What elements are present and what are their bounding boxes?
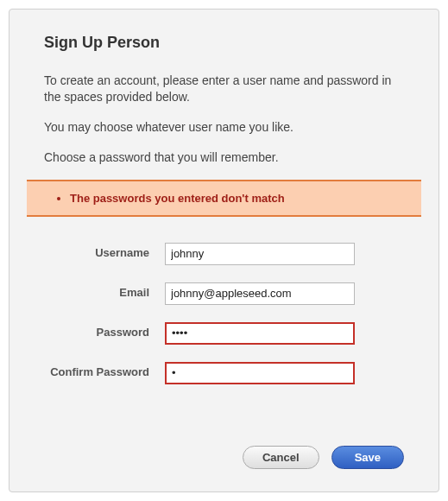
page-title: Sign Up Person xyxy=(44,34,404,52)
label-email: Email xyxy=(44,282,165,301)
intro-text: To create an account, please enter a use… xyxy=(44,73,404,166)
password-input[interactable] xyxy=(165,322,355,345)
email-input[interactable] xyxy=(165,282,355,305)
row-confirm-password: Confirm Password xyxy=(44,362,404,384)
username-input[interactable] xyxy=(165,243,355,265)
signup-panel: Sign Up Person To create an account, ple… xyxy=(9,9,439,492)
confirm-password-input[interactable] xyxy=(165,362,355,384)
row-email: Email xyxy=(44,282,404,305)
intro-p2: You may choose whatever user name you li… xyxy=(44,119,404,136)
error-banner: The passwords you entered don't match xyxy=(27,180,421,217)
error-message: The passwords you entered don't match xyxy=(70,192,401,205)
label-password: Password xyxy=(44,322,165,340)
button-row: Cancel Save xyxy=(243,446,404,469)
save-button[interactable]: Save xyxy=(331,446,404,469)
intro-p3: Choose a password that you will remember… xyxy=(44,149,404,166)
cancel-button[interactable]: Cancel xyxy=(243,446,319,469)
label-username: Username xyxy=(44,243,165,261)
intro-p1: To create an account, please enter a use… xyxy=(44,73,404,105)
label-confirm-password: Confirm Password xyxy=(44,362,165,380)
row-password: Password xyxy=(44,322,404,345)
row-username: Username xyxy=(44,243,404,265)
